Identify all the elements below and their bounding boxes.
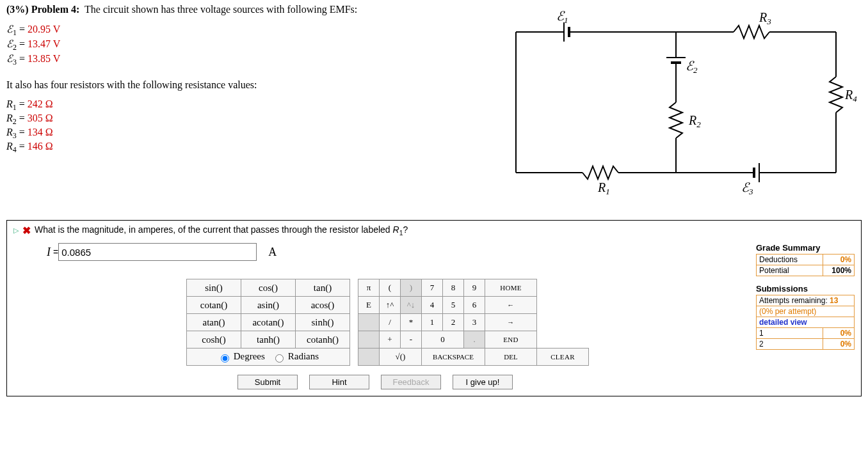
- key-div[interactable]: /: [380, 314, 401, 331]
- radians-radio[interactable]: Radians: [272, 351, 319, 361]
- key-blank1: [358, 314, 380, 331]
- svg-text:R3: R3: [759, 10, 771, 26]
- grade-deductions-label: Deductions: [757, 255, 823, 265]
- svg-text:R4: R4: [844, 88, 857, 104]
- numeric-keypad: π ( ) 7 8 9 HOME E ↑^ ^↓ 4 5 6: [358, 279, 589, 366]
- grade-heading: Grade Summary: [756, 243, 855, 253]
- r1-value: 242 Ω: [28, 98, 53, 109]
- key-cos[interactable]: cos(): [241, 279, 296, 297]
- key-cosh[interactable]: cosh(): [187, 331, 241, 349]
- key-e[interactable]: E: [358, 297, 380, 314]
- emf3-value: 13.85 V: [28, 53, 60, 64]
- grade-potential-val: 100%: [823, 265, 855, 276]
- key-sinh[interactable]: sinh(): [296, 314, 350, 331]
- key-tan[interactable]: tan(): [296, 279, 350, 297]
- key-6[interactable]: 6: [464, 297, 485, 314]
- answer-input[interactable]: [58, 243, 257, 261]
- key-cotan[interactable]: cotan(): [187, 297, 241, 314]
- key-9[interactable]: 9: [464, 279, 485, 297]
- answer-unit: A: [268, 246, 277, 259]
- key-backspace[interactable]: BACKSPACE: [422, 349, 485, 366]
- problem-label: Problem 4:: [31, 4, 80, 15]
- problem-area: (3%) Problem 4: The circuit shown has th…: [6, 4, 862, 201]
- function-keypad: sin() cos() tan() cotan() asin() acos() …: [186, 279, 350, 366]
- key-1[interactable]: 1: [422, 314, 443, 331]
- hint-button[interactable]: Hint: [309, 375, 369, 389]
- key-right[interactable]: →: [485, 314, 537, 331]
- key-asin[interactable]: asin(): [241, 297, 296, 314]
- answer-panel: ▷ ✖ What is the magnitude, in amperes, o…: [6, 220, 862, 396]
- key-pi[interactable]: π: [358, 279, 380, 297]
- attempt-1-val: 0%: [823, 328, 855, 339]
- svg-text:ℰ2: ℰ2: [686, 59, 698, 75]
- grade-panel: Grade Summary Deductions 0% Potential 10…: [756, 243, 855, 350]
- key-sqrt[interactable]: √(): [380, 349, 422, 366]
- key-end[interactable]: END: [485, 331, 537, 349]
- svg-text:ℰ3: ℰ3: [741, 180, 753, 196]
- submissions-heading: Submissions: [756, 284, 855, 294]
- key-minus[interactable]: -: [401, 331, 422, 349]
- emf1-value: 20.95 V: [28, 24, 60, 35]
- svg-text:R1: R1: [597, 180, 610, 196]
- key-cotanh[interactable]: cotanh(): [296, 331, 350, 349]
- r4-value: 146 Ω: [28, 141, 53, 152]
- r3-value: 134 Ω: [28, 127, 53, 137]
- key-clear[interactable]: CLEAR: [537, 349, 589, 366]
- key-0[interactable]: 0: [422, 331, 464, 349]
- key-left[interactable]: ←: [485, 297, 537, 314]
- key-5[interactable]: 5: [443, 297, 464, 314]
- grade-deductions-val: 0%: [823, 255, 855, 265]
- key-sub[interactable]: ^↓: [401, 297, 422, 314]
- giveup-button[interactable]: I give up!: [453, 375, 513, 389]
- key-acotan[interactable]: acotan(): [241, 314, 296, 331]
- key-8[interactable]: 8: [443, 279, 464, 297]
- question-text: What is the magnitude, in amperes, of th…: [35, 224, 408, 237]
- key-acos[interactable]: acos(): [296, 297, 350, 314]
- key-blank2: [358, 331, 380, 349]
- svg-text:ℰ1: ℰ1: [556, 9, 568, 25]
- detailed-view-link[interactable]: detailed view: [759, 318, 807, 327]
- key-plus[interactable]: +: [380, 331, 401, 349]
- attempts-remaining: 13: [830, 296, 838, 305]
- key-4[interactable]: 4: [422, 297, 443, 314]
- wrong-icon: ✖: [22, 224, 31, 237]
- r2-value: 305 Ω: [28, 113, 53, 123]
- grade-potential-label: Potential: [757, 265, 823, 276]
- degrees-radio[interactable]: Degrees: [218, 351, 265, 361]
- key-2[interactable]: 2: [443, 314, 464, 331]
- key-mul[interactable]: *: [401, 314, 422, 331]
- key-7[interactable]: 7: [422, 279, 443, 297]
- key-lparen[interactable]: (: [380, 279, 401, 297]
- answer-variable: I: [47, 246, 51, 259]
- key-rparen[interactable]: ): [401, 279, 422, 297]
- svg-text:R2: R2: [688, 113, 701, 129]
- emf2-value: 13.47 V: [28, 38, 60, 49]
- problem-percent: (3%): [6, 4, 29, 15]
- per-attempt-note: (0% per attempt): [757, 306, 855, 317]
- key-3[interactable]: 3: [464, 314, 485, 331]
- key-sup[interactable]: ↑^: [380, 297, 401, 314]
- submit-button[interactable]: Submit: [237, 375, 298, 389]
- feedback-button: Feedback: [381, 375, 441, 389]
- key-blank3: [358, 349, 380, 366]
- key-dot[interactable]: .: [464, 331, 485, 349]
- key-atan[interactable]: atan(): [187, 314, 241, 331]
- problem-intro: The circuit shown has three voltage sour…: [84, 4, 357, 15]
- expand-icon[interactable]: ▷: [13, 226, 19, 235]
- resistor-intro: It also has four resistors with the foll…: [6, 79, 503, 91]
- key-del[interactable]: DEL: [485, 349, 537, 366]
- key-sin[interactable]: sin(): [187, 279, 241, 297]
- key-home[interactable]: HOME: [485, 279, 537, 297]
- attempt-1-n: 1: [757, 328, 823, 339]
- key-tanh[interactable]: tanh(): [241, 331, 296, 349]
- problem-statement: (3%) Problem 4: The circuit shown has th…: [6, 4, 503, 201]
- attempt-2-val: 0%: [823, 339, 855, 350]
- circuit-diagram: ℰ1 ℰ2 ℰ3 R1 R2 R3 R4: [503, 4, 862, 201]
- attempt-2-n: 2: [757, 339, 823, 350]
